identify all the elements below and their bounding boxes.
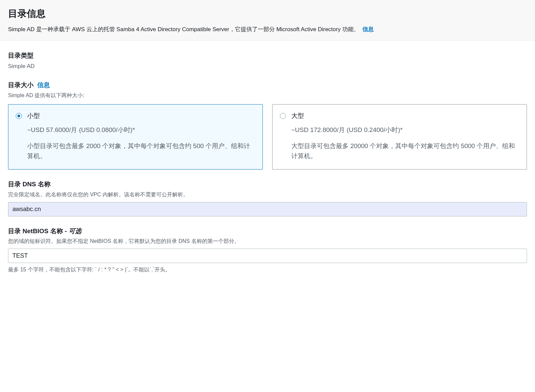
directory-type-value: Simple AD [8,62,527,71]
netbios-name-label: 目录 NetBIOS 名称 - 可选 [8,226,527,236]
size-card-large-price: ~USD 172.8000/月 (USD 0.2400/小时)* [291,125,519,135]
radio-icon [280,113,286,119]
directory-size-group: 目录大小 信息 Simple AD 提供有以下两种大小: 小型 ~USD 57.… [8,80,527,170]
dns-name-group: 目录 DNS 名称 完全限定域名。此名称将仅在您的 VPC 内解析。该名称不需要… [8,180,527,216]
netbios-name-constraint: 最多 15 个字符，不能包含以下字符: ` / : * ? " < > |`。不… [8,266,527,274]
radio-icon [16,113,22,119]
radio-inner-icon [17,115,20,117]
dns-name-label: 目录 DNS 名称 [8,180,527,189]
netbios-name-helper: 您的域的短标识符。如果您不指定 NetBIOS 名称，它将默认为您的目录 DNS… [8,237,527,245]
netbios-optional-suffix: 可选 [69,227,81,235]
directory-type-label: 目录类型 [8,51,527,61]
directory-size-helper: Simple AD 提供有以下两种大小: [8,91,527,100]
size-card-large[interactable]: 大型 ~USD 172.8000/月 (USD 0.2400/小时)* 大型目录… [272,104,527,170]
size-options: 小型 ~USD 57.6000/月 (USD 0.0800/小时)* 小型目录可… [8,104,527,170]
size-card-large-title: 大型 [291,111,304,121]
directory-size-label: 目录大小 信息 [8,80,527,90]
directory-size-info-link[interactable]: 信息 [37,81,50,88]
dns-name-input[interactable] [8,202,527,216]
page-description-text: Simple AD 是一种承载于 AWS 云上的托管 Samba 4 Activ… [8,26,359,32]
netbios-name-group: 目录 NetBIOS 名称 - 可选 您的域的短标识符。如果您不指定 NetBI… [8,226,527,274]
size-card-large-desc: 大型目录可包含最多 20000 个对象，其中每个对象可包含约 5000 个用户、… [291,141,519,161]
size-card-small-desc: 小型目录可包含最多 2000 个对象，其中每个对象可包含约 500 个用户、组和… [27,141,255,161]
size-card-large-header: 大型 [280,111,519,121]
page-title: 目录信息 [8,7,527,21]
netbios-name-label-text: 目录 NetBIOS 名称 - [8,227,69,235]
netbios-name-input[interactable] [8,249,527,263]
header-section: 目录信息 Simple AD 是一种承载于 AWS 云上的托管 Samba 4 … [0,0,535,41]
directory-size-label-text: 目录大小 [8,81,34,88]
size-card-small-price: ~USD 57.6000/月 (USD 0.0800/小时)* [27,125,255,135]
dns-name-helper: 完全限定域名。此名称将仅在您的 VPC 内解析。该名称不需要可公开解析。 [8,191,527,199]
content-section: 目录类型 Simple AD 目录大小 信息 Simple AD 提供有以下两种… [0,41,535,294]
size-card-small-header: 小型 [16,111,255,121]
directory-type-group: 目录类型 Simple AD [8,51,527,70]
header-info-link[interactable]: 信息 [362,26,374,32]
size-card-small-title: 小型 [27,111,40,121]
size-card-small[interactable]: 小型 ~USD 57.6000/月 (USD 0.0800/小时)* 小型目录可… [8,104,263,170]
radio-inner-icon [282,115,284,117]
page-description: Simple AD 是一种承载于 AWS 云上的托管 Samba 4 Activ… [8,25,527,34]
